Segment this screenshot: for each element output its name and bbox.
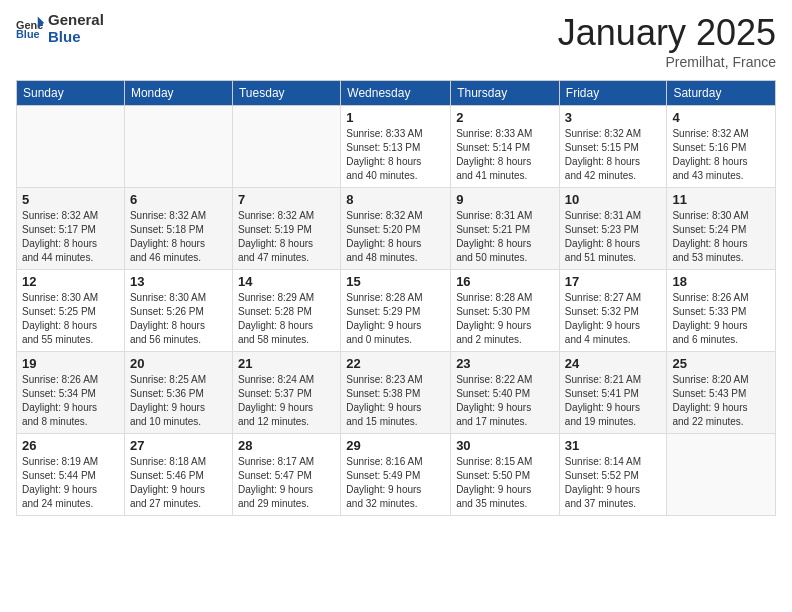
day-info: Sunrise: 8:21 AM Sunset: 5:41 PM Dayligh… <box>565 373 662 429</box>
day-info: Sunrise: 8:14 AM Sunset: 5:52 PM Dayligh… <box>565 455 662 511</box>
day-info: Sunrise: 8:31 AM Sunset: 5:21 PM Dayligh… <box>456 209 554 265</box>
day-info: Sunrise: 8:24 AM Sunset: 5:37 PM Dayligh… <box>238 373 335 429</box>
day-info: Sunrise: 8:32 AM Sunset: 5:20 PM Dayligh… <box>346 209 445 265</box>
col-sunday: Sunday <box>17 81 125 106</box>
table-row: 21Sunrise: 8:24 AM Sunset: 5:37 PM Dayli… <box>232 352 340 434</box>
calendar-header-row: Sunday Monday Tuesday Wednesday Thursday… <box>17 81 776 106</box>
svg-text:Blue: Blue <box>16 28 40 40</box>
table-row: 16Sunrise: 8:28 AM Sunset: 5:30 PM Dayli… <box>451 270 560 352</box>
day-info: Sunrise: 8:17 AM Sunset: 5:47 PM Dayligh… <box>238 455 335 511</box>
day-info: Sunrise: 8:27 AM Sunset: 5:32 PM Dayligh… <box>565 291 662 347</box>
day-number: 11 <box>672 192 770 207</box>
day-number: 9 <box>456 192 554 207</box>
day-info: Sunrise: 8:26 AM Sunset: 5:34 PM Dayligh… <box>22 373 119 429</box>
table-row: 11Sunrise: 8:30 AM Sunset: 5:24 PM Dayli… <box>667 188 776 270</box>
table-row: 13Sunrise: 8:30 AM Sunset: 5:26 PM Dayli… <box>124 270 232 352</box>
day-info: Sunrise: 8:20 AM Sunset: 5:43 PM Dayligh… <box>672 373 770 429</box>
table-row: 26Sunrise: 8:19 AM Sunset: 5:44 PM Dayli… <box>17 434 125 516</box>
table-row: 2Sunrise: 8:33 AM Sunset: 5:14 PM Daylig… <box>451 106 560 188</box>
day-info: Sunrise: 8:29 AM Sunset: 5:28 PM Dayligh… <box>238 291 335 347</box>
table-row: 31Sunrise: 8:14 AM Sunset: 5:52 PM Dayli… <box>559 434 667 516</box>
day-number: 20 <box>130 356 227 371</box>
day-number: 18 <box>672 274 770 289</box>
table-row: 7Sunrise: 8:32 AM Sunset: 5:19 PM Daylig… <box>232 188 340 270</box>
day-number: 16 <box>456 274 554 289</box>
day-number: 5 <box>22 192 119 207</box>
table-row: 6Sunrise: 8:32 AM Sunset: 5:18 PM Daylig… <box>124 188 232 270</box>
day-info: Sunrise: 8:18 AM Sunset: 5:46 PM Dayligh… <box>130 455 227 511</box>
calendar-week-row: 26Sunrise: 8:19 AM Sunset: 5:44 PM Dayli… <box>17 434 776 516</box>
header: General Blue General Blue January 2025 P… <box>16 12 776 70</box>
day-info: Sunrise: 8:33 AM Sunset: 5:14 PM Dayligh… <box>456 127 554 183</box>
table-row: 3Sunrise: 8:32 AM Sunset: 5:15 PM Daylig… <box>559 106 667 188</box>
day-number: 10 <box>565 192 662 207</box>
col-thursday: Thursday <box>451 81 560 106</box>
col-monday: Monday <box>124 81 232 106</box>
table-row: 1Sunrise: 8:33 AM Sunset: 5:13 PM Daylig… <box>341 106 451 188</box>
day-info: Sunrise: 8:26 AM Sunset: 5:33 PM Dayligh… <box>672 291 770 347</box>
table-row: 24Sunrise: 8:21 AM Sunset: 5:41 PM Dayli… <box>559 352 667 434</box>
day-info: Sunrise: 8:32 AM Sunset: 5:17 PM Dayligh… <box>22 209 119 265</box>
col-friday: Friday <box>559 81 667 106</box>
day-number: 23 <box>456 356 554 371</box>
calendar: Sunday Monday Tuesday Wednesday Thursday… <box>16 80 776 516</box>
table-row: 8Sunrise: 8:32 AM Sunset: 5:20 PM Daylig… <box>341 188 451 270</box>
day-number: 2 <box>456 110 554 125</box>
day-number: 22 <box>346 356 445 371</box>
calendar-week-row: 5Sunrise: 8:32 AM Sunset: 5:17 PM Daylig… <box>17 188 776 270</box>
day-info: Sunrise: 8:33 AM Sunset: 5:13 PM Dayligh… <box>346 127 445 183</box>
calendar-body: 1Sunrise: 8:33 AM Sunset: 5:13 PM Daylig… <box>17 106 776 516</box>
day-number: 6 <box>130 192 227 207</box>
day-number: 15 <box>346 274 445 289</box>
day-info: Sunrise: 8:32 AM Sunset: 5:16 PM Dayligh… <box>672 127 770 183</box>
logo-general: General <box>48 11 104 28</box>
day-info: Sunrise: 8:23 AM Sunset: 5:38 PM Dayligh… <box>346 373 445 429</box>
col-tuesday: Tuesday <box>232 81 340 106</box>
table-row: 17Sunrise: 8:27 AM Sunset: 5:32 PM Dayli… <box>559 270 667 352</box>
day-info: Sunrise: 8:32 AM Sunset: 5:19 PM Dayligh… <box>238 209 335 265</box>
table-row <box>124 106 232 188</box>
day-info: Sunrise: 8:31 AM Sunset: 5:23 PM Dayligh… <box>565 209 662 265</box>
table-row: 20Sunrise: 8:25 AM Sunset: 5:36 PM Dayli… <box>124 352 232 434</box>
day-info: Sunrise: 8:19 AM Sunset: 5:44 PM Dayligh… <box>22 455 119 511</box>
day-number: 13 <box>130 274 227 289</box>
day-info: Sunrise: 8:30 AM Sunset: 5:26 PM Dayligh… <box>130 291 227 347</box>
table-row: 15Sunrise: 8:28 AM Sunset: 5:29 PM Dayli… <box>341 270 451 352</box>
table-row: 12Sunrise: 8:30 AM Sunset: 5:25 PM Dayli… <box>17 270 125 352</box>
day-info: Sunrise: 8:16 AM Sunset: 5:49 PM Dayligh… <box>346 455 445 511</box>
day-info: Sunrise: 8:15 AM Sunset: 5:50 PM Dayligh… <box>456 455 554 511</box>
day-number: 29 <box>346 438 445 453</box>
day-info: Sunrise: 8:22 AM Sunset: 5:40 PM Dayligh… <box>456 373 554 429</box>
table-row: 28Sunrise: 8:17 AM Sunset: 5:47 PM Dayli… <box>232 434 340 516</box>
table-row: 10Sunrise: 8:31 AM Sunset: 5:23 PM Dayli… <box>559 188 667 270</box>
day-number: 1 <box>346 110 445 125</box>
logo: General Blue General Blue <box>16 12 104 45</box>
table-row: 25Sunrise: 8:20 AM Sunset: 5:43 PM Dayli… <box>667 352 776 434</box>
day-number: 19 <box>22 356 119 371</box>
location: Premilhat, France <box>558 54 776 70</box>
day-number: 31 <box>565 438 662 453</box>
day-number: 12 <box>22 274 119 289</box>
table-row: 4Sunrise: 8:32 AM Sunset: 5:16 PM Daylig… <box>667 106 776 188</box>
table-row: 23Sunrise: 8:22 AM Sunset: 5:40 PM Dayli… <box>451 352 560 434</box>
day-number: 28 <box>238 438 335 453</box>
table-row: 5Sunrise: 8:32 AM Sunset: 5:17 PM Daylig… <box>17 188 125 270</box>
table-row: 22Sunrise: 8:23 AM Sunset: 5:38 PM Dayli… <box>341 352 451 434</box>
day-info: Sunrise: 8:32 AM Sunset: 5:15 PM Dayligh… <box>565 127 662 183</box>
day-number: 26 <box>22 438 119 453</box>
calendar-week-row: 19Sunrise: 8:26 AM Sunset: 5:34 PM Dayli… <box>17 352 776 434</box>
table-row: 27Sunrise: 8:18 AM Sunset: 5:46 PM Dayli… <box>124 434 232 516</box>
logo-icon: General Blue <box>16 15 44 43</box>
day-number: 8 <box>346 192 445 207</box>
table-row: 14Sunrise: 8:29 AM Sunset: 5:28 PM Dayli… <box>232 270 340 352</box>
col-saturday: Saturday <box>667 81 776 106</box>
col-wednesday: Wednesday <box>341 81 451 106</box>
day-info: Sunrise: 8:30 AM Sunset: 5:25 PM Dayligh… <box>22 291 119 347</box>
day-number: 24 <box>565 356 662 371</box>
day-number: 27 <box>130 438 227 453</box>
day-number: 3 <box>565 110 662 125</box>
day-number: 17 <box>565 274 662 289</box>
day-info: Sunrise: 8:28 AM Sunset: 5:30 PM Dayligh… <box>456 291 554 347</box>
day-info: Sunrise: 8:32 AM Sunset: 5:18 PM Dayligh… <box>130 209 227 265</box>
day-info: Sunrise: 8:30 AM Sunset: 5:24 PM Dayligh… <box>672 209 770 265</box>
